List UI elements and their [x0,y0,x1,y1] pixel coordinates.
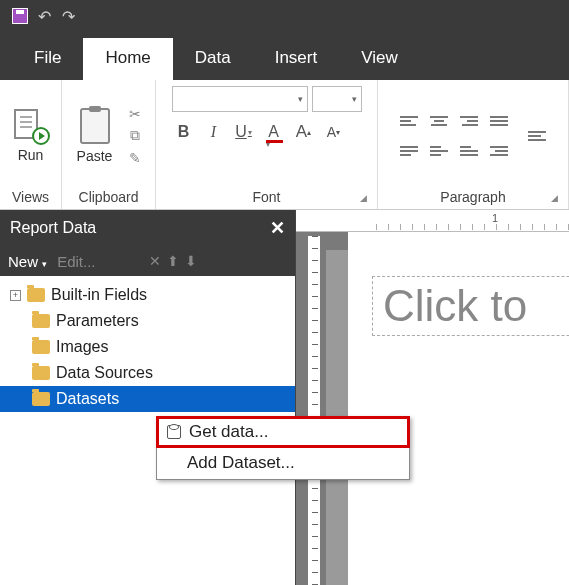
paste-button[interactable]: Paste [72,108,118,164]
tab-insert[interactable]: Insert [253,38,340,80]
tree-item-parameters[interactable]: Parameters [0,308,295,334]
save-icon [12,8,28,24]
grow-font-button[interactable]: A▴ [292,120,316,144]
undo-icon: ↶ [38,7,51,26]
ruler-tick-label: 1 [492,212,498,224]
folder-icon [32,366,50,380]
copy-button[interactable]: ⧉ [124,126,146,146]
tree-label: Parameters [56,312,139,330]
font-color-button[interactable]: A [262,120,286,144]
font-size-combo[interactable]: ▾ [312,86,362,112]
increase-indent-button[interactable] [524,123,550,149]
redo-button[interactable]: ↷ [56,4,80,28]
clipboard-icon [80,108,110,144]
horizontal-ruler: 1 [296,210,569,232]
format-painter-button[interactable]: ✎ [124,148,146,168]
tree-label: Images [56,338,108,356]
paste-label: Paste [77,148,113,164]
paragraph-dialog-launcher[interactable]: ◢ [551,193,558,203]
expand-icon[interactable]: + [10,290,21,301]
menu-bar: File Home Data Insert View [0,32,569,80]
new-menu[interactable]: New ▾ [8,253,47,270]
tree-item-data-sources[interactable]: Data Sources [0,360,295,386]
align-left-button[interactable] [396,108,422,134]
title-placeholder[interactable]: Click to [372,276,569,336]
run-label: Run [18,147,44,163]
run-button[interactable]: Run [8,109,54,163]
tree-item-datasets[interactable]: Datasets [0,386,295,412]
align-center-button[interactable] [426,108,452,134]
align-right-button[interactable] [456,108,482,134]
cut-button[interactable]: ✂ [124,104,146,124]
copy-icon: ⧉ [130,127,140,144]
ribbon: Run Views Paste ✂ ⧉ ✎ Clipboard ▾ ▾ [0,80,569,210]
font-family-combo[interactable]: ▾ [172,86,308,112]
align-top-button[interactable] [396,138,422,164]
underline-button[interactable]: U [232,120,256,144]
ribbon-group-clipboard: Paste ✂ ⧉ ✎ Clipboard [62,80,156,209]
decrease-indent-button[interactable] [486,138,512,164]
paragraph-group-label: Paragraph◢ [388,185,558,207]
menu-item-get-data[interactable]: Get data... [156,416,410,448]
tab-home[interactable]: Home [83,38,172,80]
tree-label: Datasets [56,390,119,408]
chevron-down-icon: ▾ [298,94,303,104]
chevron-down-icon: ▾ [352,94,357,104]
context-menu: Get data... Add Dataset... [156,416,410,480]
edit-button: Edit... [57,253,95,270]
font-group-label: Font◢ [166,185,367,207]
save-button[interactable] [8,4,32,28]
shrink-font-button[interactable]: A▾ [322,120,346,144]
report-page[interactable]: Click to [348,232,569,585]
scissors-icon: ✂ [129,106,141,122]
report-data-header: Report Data ✕ [0,210,295,246]
ribbon-group-font: ▾ ▾ B I U A A▴ A▾ Font◢ [156,80,378,209]
chevron-down-icon: ▾ [42,259,47,269]
tree-item-builtin-fields[interactable]: + Built-in Fields [0,282,295,308]
clipboard-group-label: Clipboard [72,185,145,207]
tree-label: Built-in Fields [51,286,147,304]
design-surface: 1 Click to [296,210,569,585]
brush-icon: ✎ [129,150,141,166]
undo-button[interactable]: ↶ [32,4,56,28]
report-data-panel: Report Data ✕ New ▾ Edit... ✕ ⬆ ⬇ + Buil… [0,210,296,585]
align-bottom-button[interactable] [456,138,482,164]
main-area: Report Data ✕ New ▾ Edit... ✕ ⬆ ⬇ + Buil… [0,210,569,585]
delete-icon: ✕ [149,253,161,269]
folder-icon [32,392,50,406]
bold-button[interactable]: B [172,120,196,144]
close-panel-button[interactable]: ✕ [270,217,285,239]
menu-item-label: Get data... [189,422,268,442]
redo-icon: ↷ [62,7,75,26]
folder-icon [32,340,50,354]
align-justify-button[interactable] [486,108,512,134]
ribbon-group-views: Run Views [0,80,62,209]
tab-data[interactable]: Data [173,38,253,80]
move-down-icon: ⬇ [185,253,197,269]
move-up-icon: ⬆ [167,253,179,269]
tab-file[interactable]: File [12,38,83,80]
folder-icon [32,314,50,328]
menu-item-add-dataset[interactable]: Add Dataset... [157,447,409,479]
vertical-ruler [308,236,320,585]
italic-button[interactable]: I [202,120,226,144]
tree-label: Data Sources [56,364,153,382]
views-group-label: Views [10,185,51,207]
database-icon [167,425,181,439]
run-icon [14,109,48,143]
align-middle-button[interactable] [426,138,452,164]
tab-view[interactable]: View [339,38,420,80]
title-bar: ↶ ↷ [0,0,569,32]
report-data-title: Report Data [10,219,96,237]
tree-item-images[interactable]: Images [0,334,295,360]
report-data-toolbar: New ▾ Edit... ✕ ⬆ ⬇ [0,246,295,276]
folder-icon [27,288,45,302]
ribbon-group-paragraph: Paragraph◢ [378,80,569,209]
font-dialog-launcher[interactable]: ◢ [360,193,367,203]
menu-item-label: Add Dataset... [187,453,295,473]
